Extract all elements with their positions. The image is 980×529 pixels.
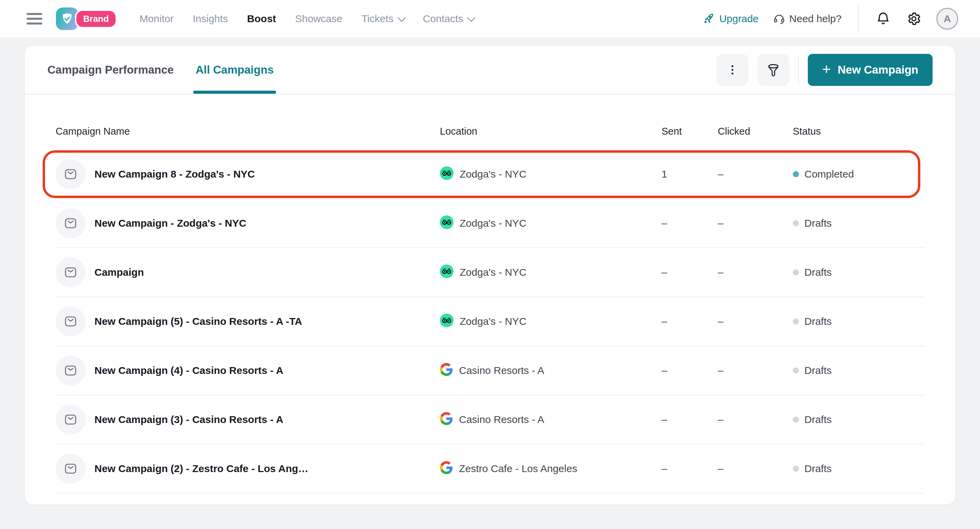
campaign-name: New Campaign (2) - Zestro Cafe - Los Ang… — [94, 463, 308, 475]
envelope-icon — [64, 412, 78, 427]
column-header-campaign-name: Campaign Name — [56, 126, 440, 137]
campaign-name: New Campaign (5) - Casino Resorts - A -T… — [94, 316, 302, 327]
nav-item-contacts[interactable]: Contacts — [423, 13, 473, 25]
tripadvisor-icon — [440, 314, 453, 330]
status-label: Drafts — [804, 414, 832, 426]
location-name: Casino Resorts - A — [459, 365, 544, 376]
kebab-menu-icon — [725, 63, 739, 77]
envelope-icon — [64, 314, 78, 329]
column-header-location: Location — [440, 126, 662, 137]
envelope-icon — [64, 167, 78, 181]
envelope-icon — [64, 216, 78, 230]
brand-badge: Brand — [75, 10, 117, 28]
table-body: New Campaign 8 - Zodga's - NYC Zodga's -… — [56, 150, 924, 494]
google-icon — [440, 363, 453, 378]
location-name: Casino Resorts - A — [459, 414, 544, 426]
sent-value: 1 — [662, 168, 718, 180]
google-icon — [440, 461, 453, 477]
table-row[interactable]: New Campaign (4) - Casino Resorts - A Ca… — [56, 346, 924, 396]
sent-value: – — [662, 463, 718, 475]
location-name: Zodga's - NYC — [460, 168, 527, 180]
table-row[interactable]: New Campaign (3) - Casino Resorts - A Ca… — [56, 396, 924, 445]
table-row[interactable]: New Campaign - Zodga's - NYC Zodga's - N… — [56, 199, 924, 248]
envelope-icon — [64, 462, 78, 476]
column-header-clicked: Clicked — [718, 126, 793, 137]
sent-value: – — [662, 414, 718, 426]
nav-item-monitor[interactable]: Monitor — [140, 13, 173, 25]
column-header-sent: Sent — [662, 126, 718, 137]
notifications-button[interactable] — [875, 11, 891, 27]
campaign-type-badge — [56, 454, 86, 484]
filter-button[interactable] — [757, 54, 789, 86]
tripadvisor-icon — [440, 215, 453, 232]
location-name: Zodga's - NYC — [460, 316, 527, 327]
status-label: Completed — [804, 168, 854, 180]
table-row[interactable]: New Campaign (2) - Zestro Cafe - Los Ang… — [56, 445, 924, 494]
location-name: Zodga's - NYC — [460, 267, 527, 278]
avatar[interactable]: A — [936, 8, 958, 30]
google-icon — [440, 412, 453, 427]
table-row[interactable]: Campaign Zodga's - NYC – – Drafts — [56, 248, 924, 297]
campaign-type-badge — [56, 356, 86, 386]
top-navbar: Brand Monitor Insights Boost Showcase Ti… — [0, 0, 980, 38]
status-dot — [793, 465, 799, 472]
new-campaign-button[interactable]: + New Campaign — [808, 54, 932, 86]
location-name: Zestro Cafe - Los Angeles — [459, 463, 577, 475]
status-dot — [793, 269, 799, 275]
tripadvisor-icon — [440, 166, 453, 183]
nav-item-showcase[interactable]: Showcase — [295, 13, 342, 25]
rocket-icon — [703, 13, 715, 25]
nav-item-tickets[interactable]: Tickets — [361, 13, 404, 25]
envelope-icon — [64, 363, 78, 378]
hamburger-menu-icon[interactable] — [27, 13, 42, 25]
app-logo[interactable]: Brand — [56, 8, 117, 30]
campaigns-card: Campaign Performance All Campaigns + New… — [25, 46, 955, 504]
clicked-value: – — [718, 414, 793, 426]
need-help-link[interactable]: Need help? — [773, 13, 842, 25]
campaign-name: New Campaign - Zodga's - NYC — [94, 218, 247, 229]
table-header: Campaign Name Location Sent Clicked Stat… — [56, 94, 924, 150]
sent-value: – — [662, 365, 718, 376]
tripadvisor-icon — [440, 265, 453, 281]
chevron-down-icon — [397, 13, 406, 22]
tab-all-campaigns[interactable]: All Campaigns — [196, 46, 274, 94]
actions-divider — [798, 56, 799, 84]
status-dot — [793, 318, 799, 324]
status-label: Drafts — [804, 218, 832, 229]
status-label: Drafts — [804, 267, 832, 278]
clicked-value: – — [718, 316, 793, 327]
campaign-type-badge — [56, 208, 86, 238]
nav-item-boost[interactable]: Boost — [247, 13, 276, 25]
more-options-button[interactable] — [716, 54, 748, 86]
gear-icon — [906, 11, 921, 26]
campaign-name: New Campaign (3) - Casino Resorts - A — [94, 414, 283, 426]
bell-icon — [876, 11, 891, 26]
sent-value: – — [662, 316, 718, 327]
status-label: Drafts — [804, 463, 832, 475]
table-row[interactable]: New Campaign (5) - Casino Resorts - A -T… — [56, 297, 924, 346]
nav-item-insights[interactable]: Insights — [192, 13, 228, 25]
campaign-name: Campaign — [94, 267, 144, 278]
status-dot — [793, 367, 799, 373]
upgrade-link[interactable]: Upgrade — [703, 13, 758, 25]
settings-button[interactable] — [906, 11, 922, 27]
campaign-type-badge — [56, 159, 86, 189]
tab-bar: Campaign Performance All Campaigns — [48, 46, 274, 94]
campaign-name: New Campaign 8 - Zodga's - NYC — [94, 168, 255, 180]
clicked-value: – — [718, 463, 793, 475]
headset-icon — [773, 13, 785, 25]
clicked-value: – — [718, 168, 793, 180]
status-dot — [793, 220, 799, 226]
clicked-value: – — [718, 218, 793, 229]
status-dot — [793, 416, 799, 423]
column-header-status: Status — [793, 126, 924, 137]
location-name: Zodga's - NYC — [460, 218, 527, 229]
sent-value: – — [662, 267, 718, 278]
tab-campaign-performance[interactable]: Campaign Performance — [48, 46, 173, 94]
chevron-down-icon — [467, 13, 475, 22]
campaign-type-badge — [56, 307, 86, 337]
envelope-icon — [64, 265, 78, 280]
table-row[interactable]: New Campaign 8 - Zodga's - NYC Zodga's -… — [56, 150, 924, 199]
campaign-name: New Campaign (4) - Casino Resorts - A — [94, 365, 283, 376]
campaign-type-badge — [56, 257, 86, 288]
